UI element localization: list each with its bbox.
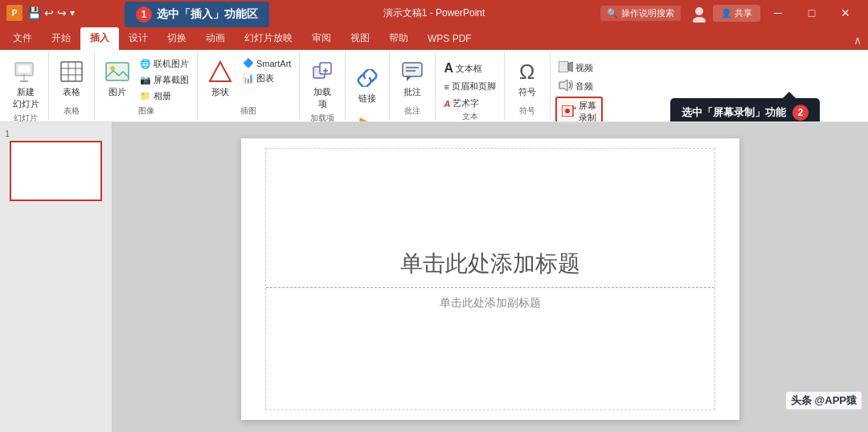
redo-icon[interactable]: ↪ <box>57 6 67 19</box>
svg-marker-25 <box>559 80 567 91</box>
new-slide-button[interactable]: 新建幻灯片 <box>8 56 43 113</box>
tab-review[interactable]: 审阅 <box>302 27 341 50</box>
close-button[interactable]: ✕ <box>829 0 862 26</box>
ribbon-group-addins: 加载项 加载项 <box>300 51 346 120</box>
tab-insert[interactable]: 插入 <box>80 27 119 50</box>
tab-start[interactable]: 开始 <box>42 27 80 50</box>
tab-design[interactable]: 设计 <box>119 27 158 50</box>
tab-view[interactable]: 视图 <box>341 27 379 50</box>
video-icon <box>559 61 573 74</box>
callout-badge-2: 2 <box>792 105 809 121</box>
ribbon-group-image-content: 图片 🌐 联机图片 📷 屏幕截图 📁 相册 <box>100 53 192 105</box>
group-illustration-label: 插图 <box>240 105 256 118</box>
album-icon: 📁 <box>140 91 151 101</box>
slides-panel: 1 <box>0 122 113 432</box>
collapse-ribbon-icon[interactable]: ∧ <box>854 34 862 47</box>
symbol-button[interactable]: Ω 符号 <box>510 56 545 101</box>
ribbon-group-addins-content: 加载项 <box>305 53 340 113</box>
table-button[interactable]: 表格 <box>54 56 89 101</box>
share-icon: 👤 <box>721 8 732 19</box>
addins-label: 加载项 <box>313 86 331 110</box>
ribbon: 新建幻灯片 幻灯片 表格 表格 <box>0 50 868 122</box>
minimize-button[interactable]: ─ <box>762 0 794 26</box>
ribbon-group-media-content: 视频 音频 + 屏幕录制 <box>555 53 603 122</box>
share-button[interactable]: 👤 共享 <box>713 5 760 22</box>
text-col-btns: A 文本框 ≡ 页眉和页脚 A 艺术字 <box>440 56 498 111</box>
media-col-btns: 视频 音频 + 屏幕录制 <box>555 56 603 122</box>
slide-canvas[interactable]: 单击此处添加标题 单击此处添加副标题 <box>241 138 739 420</box>
tab-animation[interactable]: 动画 <box>196 27 235 50</box>
ribbon-group-illustration-content: 形状 🔷 SmartArt 📊 图表 <box>203 53 294 105</box>
new-slide-label: 新建幻灯片 <box>13 86 39 110</box>
shape-button[interactable]: 形状 <box>203 56 238 101</box>
ribbon-group-link-content: 链接 动作 <box>350 53 384 122</box>
chart-button[interactable]: 📊 图表 <box>240 71 294 86</box>
title-bar-left: P 💾 ↩ ↪ ▾ <box>6 5 75 21</box>
symbol-icon: Ω <box>514 59 540 84</box>
comment-button[interactable]: 批注 <box>395 56 430 101</box>
svg-point-27 <box>565 109 570 113</box>
screenshot-button[interactable]: 📷 屏幕截图 <box>137 72 192 88</box>
image-icon <box>104 59 130 84</box>
comment-icon <box>399 59 425 84</box>
group-slide-label: 幻灯片 <box>14 113 38 122</box>
ribbon-group-text: A 文本框 ≡ 页眉和页脚 A 艺术字 文本 <box>436 51 504 120</box>
tab-file[interactable]: 文件 <box>3 27 42 50</box>
ribbon-group-image: 图片 🌐 联机图片 📷 屏幕截图 📁 相册 <box>95 51 198 120</box>
audio-label: 音频 <box>575 80 593 93</box>
table-label: 表格 <box>63 86 80 98</box>
wordart-button[interactable]: A 艺术字 <box>440 96 498 111</box>
undo-redo-controls: 💾 ↩ ↪ ▾ <box>27 6 75 19</box>
smartart-button[interactable]: 🔷 SmartArt <box>240 56 294 70</box>
canvas-area[interactable]: 单击此处添加标题 单击此处添加副标题 <box>113 122 868 432</box>
screen-record-button[interactable]: + 屏幕录制 <box>555 97 603 122</box>
header-footer-label: 页眉和页脚 <box>452 80 496 93</box>
album-button[interactable]: 📁 相册 <box>137 88 192 104</box>
tab-wpspdf[interactable]: WPS PDF <box>418 27 481 50</box>
ribbon-group-table-content: 表格 <box>54 53 89 105</box>
ribbon-group-table: 表格 表格 <box>49 51 95 120</box>
slide-number: 1 <box>3 129 108 138</box>
maximize-button[interactable]: □ <box>796 0 828 26</box>
audio-button[interactable]: 音频 <box>555 77 603 95</box>
ribbon-tabs: 文件 开始 插入 设计 切换 动画 幻灯片放映 审阅 视图 帮助 WPS PDF… <box>0 26 868 50</box>
slide-title-area[interactable]: 单击此处添加标题 <box>266 241 714 288</box>
link-button[interactable]: 链接 <box>350 63 384 107</box>
search-box[interactable]: 🔍 操作说明搜索 <box>600 6 681 21</box>
addins-button[interactable]: 加载项 <box>305 56 340 113</box>
chart-icon: 📊 <box>243 73 254 84</box>
tab-slideshow[interactable]: 幻灯片放映 <box>235 27 302 50</box>
watermark: 头条 @APP猿 <box>786 392 862 409</box>
textbox-label: 文本框 <box>456 63 482 75</box>
slide-thumbnail[interactable] <box>10 141 102 201</box>
slide-subtitle-area[interactable]: 单击此处添加副标题 <box>266 288 714 319</box>
header-footer-button[interactable]: ≡ 页眉和页脚 <box>440 79 498 94</box>
link-label: 链接 <box>358 93 376 105</box>
screenshot-label: 屏幕截图 <box>154 74 189 86</box>
tab-help[interactable]: 帮助 <box>379 27 418 50</box>
action-icon <box>354 113 380 122</box>
ribbon-group-link: 链接 动作 链接 <box>346 51 390 120</box>
undo-icon[interactable]: ↩ <box>44 6 54 19</box>
online-image-button[interactable]: 🌐 联机图片 <box>137 56 192 72</box>
image-button[interactable]: 图片 <box>100 56 135 101</box>
svg-point-0 <box>695 7 703 15</box>
ribbon-group-comment: 批注 批注 <box>390 51 436 120</box>
svg-rect-23 <box>559 61 568 72</box>
more-icon[interactable]: ▾ <box>70 7 75 19</box>
header-footer-icon: ≡ <box>444 82 448 92</box>
ribbon-group-symbol-content: Ω 符号 <box>510 53 545 105</box>
smartart-label: SmartArt <box>256 59 291 68</box>
save-icon[interactable]: 💾 <box>27 6 41 19</box>
image-label: 图片 <box>108 86 126 98</box>
textbox-button[interactable]: A 文本框 <box>440 60 498 77</box>
tab-transition[interactable]: 切换 <box>158 27 196 50</box>
svg-text:+: + <box>573 105 576 112</box>
chart-label: 图表 <box>256 72 274 84</box>
link-icon <box>354 65 380 91</box>
group-comment-label: 批注 <box>404 105 420 118</box>
shape-icon <box>207 59 233 84</box>
action-button[interactable]: 动作 <box>350 110 384 122</box>
video-button[interactable]: 视频 <box>555 60 603 76</box>
group-table-label: 表格 <box>63 105 80 118</box>
